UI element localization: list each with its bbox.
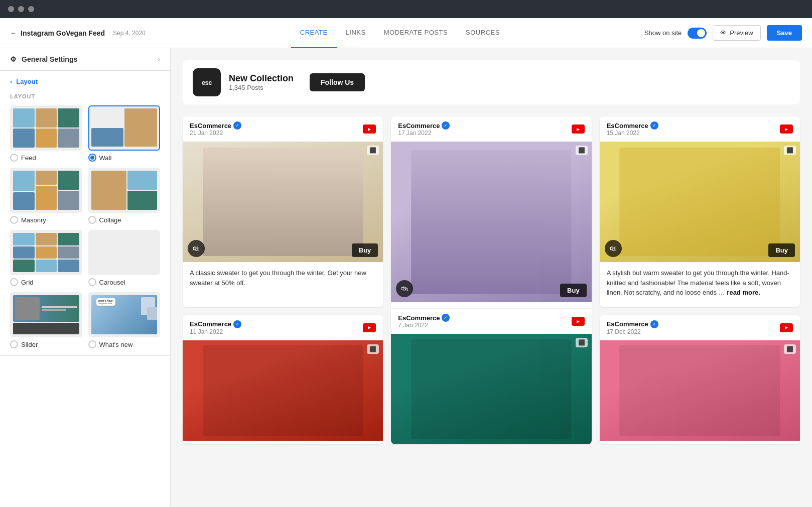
- tab-sources[interactable]: SOURCES: [457, 18, 509, 48]
- radio-slider: [10, 340, 18, 348]
- shop-icon-3[interactable]: 🛍: [605, 240, 622, 257]
- titlebar: [0, 0, 812, 18]
- post-card-6: EsCommerce ✓ 17 Dec 2022 ▶ ⬛: [600, 315, 800, 444]
- layout-label-masonry: Masonry: [21, 216, 46, 224]
- radio-whats-new: [88, 340, 96, 348]
- buy-button-1[interactable]: Buy: [352, 243, 378, 257]
- layout-thumb-feed: [10, 105, 82, 151]
- layout-thumb-slider: [10, 292, 82, 337]
- verified-badge-4: ✓: [233, 320, 241, 328]
- layout-thumb-masonry: [10, 168, 82, 213]
- read-more-3[interactable]: read more.: [727, 289, 760, 296]
- camera-icon-4: ⬛: [367, 344, 379, 354]
- post-author-2: EsCommerce ✓ 17 Jan 2022: [398, 121, 450, 137]
- layout-nav-item[interactable]: ‹ Layout: [10, 78, 160, 85]
- layout-label-feed: Feed: [21, 154, 36, 162]
- post-image-1: ⬛ 🛍 Buy: [183, 142, 383, 262]
- post-header-2b: EsCommerce ✓ 7 Jan 2022 ▶: [391, 308, 591, 334]
- verified-badge-2b: ✓: [442, 314, 450, 322]
- save-button[interactable]: Save: [767, 25, 802, 41]
- post-card-2: EsCommerce ✓ 17 Jan 2022 ▶ ⬛ 🛍: [391, 116, 591, 444]
- youtube-icon-4: ▶: [363, 323, 376, 332]
- post-author-2b: EsCommerce ✓ 7 Jan 2022: [398, 314, 450, 329]
- show-site-toggle[interactable]: [688, 28, 707, 39]
- post-image-4: ⬛: [183, 340, 383, 441]
- post-image-2b: ⬛: [391, 334, 591, 444]
- layout-label-slider: Slider: [21, 341, 38, 348]
- show-site-label: Show on site: [644, 29, 682, 37]
- profile-header: esc New Collection 1,345 Posts Follow Us: [183, 60, 800, 104]
- profile-posts: 1,345 Posts: [229, 84, 294, 91]
- post-date-6: 17 Dec 2022: [607, 328, 658, 335]
- camera-icon-2b: ⬛: [576, 338, 588, 347]
- post-date-3: 15 Jan 2022: [607, 130, 658, 137]
- layout-item-whats-new[interactable]: What's New? Jun you'll love What's new: [88, 292, 161, 348]
- tab-moderate[interactable]: MODERATE POSTS: [375, 18, 457, 48]
- post-image-3: ⬛ 🛍 Buy: [600, 142, 800, 262]
- preview-button[interactable]: 👁 Preview: [713, 25, 760, 41]
- layout-section-title: LAYOUT: [10, 93, 160, 99]
- layout-item-slider[interactable]: Slider: [10, 292, 82, 348]
- layout-item-masonry[interactable]: Masonry: [10, 168, 82, 224]
- radio-wall: [88, 154, 96, 162]
- post-header-3: EsCommerce ✓ 15 Jan 2022 ▶: [600, 116, 800, 142]
- author-name-2b: EsCommerce: [398, 314, 440, 322]
- camera-icon-1: ⬛: [367, 146, 379, 155]
- radio-grid: [10, 278, 18, 286]
- shop-icon-2[interactable]: 🛍: [396, 280, 413, 297]
- layout-thumb-carousel: [88, 230, 161, 275]
- post-overlay-2: 🛍 Buy: [391, 275, 591, 302]
- chevron-left-icon: ‹: [10, 78, 12, 85]
- layout-section: ‹ Layout LAYOUT: [0, 71, 170, 356]
- post-date-1: 21 Jan 2022: [190, 130, 241, 137]
- post-card-3: EsCommerce ✓ 15 Jan 2022 ▶ ⬛ 🛍 Buy: [600, 116, 800, 307]
- youtube-icon-3: ▶: [780, 124, 793, 134]
- layout-thumb-grid: [10, 230, 82, 275]
- nav-tabs: CREATE LINKS MODERATE POSTS SOURCES: [291, 18, 509, 48]
- layout-item-carousel[interactable]: Carousel: [88, 230, 161, 286]
- post-author-1: EsCommerce ✓ 21 Jan 2022: [190, 121, 241, 137]
- layout-label-carousel: Carousel: [99, 279, 125, 286]
- author-name-6: EsCommerce: [607, 320, 648, 328]
- back-button[interactable]: ← Instagram GoVegan Feed Sep 4, 2020: [10, 29, 146, 37]
- youtube-icon-2b: ▶: [572, 317, 585, 326]
- post-overlay-1: 🛍 Buy: [183, 235, 383, 262]
- follow-button[interactable]: Follow Us: [310, 73, 365, 91]
- general-settings-label: ⚙ General Settings: [10, 55, 77, 63]
- layout-label: Layout: [16, 78, 38, 85]
- camera-icon-3: ⬛: [784, 146, 796, 155]
- titlebar-dot-2: [18, 6, 24, 12]
- post-card-1: EsCommerce ✓ 21 Jan 2022 ▶ ⬛ 🛍 Buy: [183, 116, 383, 307]
- verified-badge-3: ✓: [650, 121, 658, 130]
- titlebar-dot-1: [8, 6, 14, 12]
- tab-links[interactable]: LINKS: [337, 18, 375, 48]
- verified-badge-1: ✓: [233, 121, 241, 130]
- general-settings-section[interactable]: ⚙ General Settings ›: [0, 48, 170, 71]
- gear-icon: ⚙: [10, 55, 17, 63]
- camera-icon-2: ⬛: [576, 146, 588, 155]
- topnav-right: Show on site 👁 Preview Save: [644, 25, 802, 41]
- post-author-6: EsCommerce ✓ 17 Dec 2022: [607, 320, 658, 335]
- layout-item-feed[interactable]: Feed: [10, 105, 82, 162]
- author-name-3: EsCommerce: [607, 122, 648, 130]
- shop-icon-1[interactable]: 🛍: [188, 240, 205, 257]
- layout-item-wall[interactable]: Wall: [88, 105, 161, 162]
- back-icon: ←: [10, 29, 17, 37]
- layout-options-grid: Feed Wall: [10, 105, 160, 348]
- post-header-1: EsCommerce ✓ 21 Jan 2022 ▶: [183, 116, 383, 142]
- youtube-icon-1: ▶: [363, 124, 376, 134]
- titlebar-dot-3: [28, 6, 34, 12]
- layout-item-grid[interactable]: Grid: [10, 230, 82, 286]
- profile-name: New Collection: [229, 73, 294, 84]
- layout-item-collage[interactable]: Collage: [88, 168, 161, 224]
- author-name-1: EsCommerce: [190, 122, 231, 130]
- post-image-6: ⬛: [600, 340, 800, 441]
- post-date-2b: 7 Jan 2022: [398, 322, 450, 329]
- posts-grid: EsCommerce ✓ 21 Jan 2022 ▶ ⬛ 🛍 Buy: [183, 116, 800, 444]
- buy-button-3[interactable]: Buy: [768, 243, 795, 257]
- tab-create[interactable]: CREATE: [291, 18, 337, 48]
- topnav: ← Instagram GoVegan Feed Sep 4, 2020 CRE…: [0, 18, 812, 48]
- sidebar: ⚙ General Settings › ‹ Layout LAYOUT: [0, 48, 171, 507]
- radio-feed: [10, 154, 18, 162]
- buy-button-2[interactable]: Buy: [560, 284, 587, 297]
